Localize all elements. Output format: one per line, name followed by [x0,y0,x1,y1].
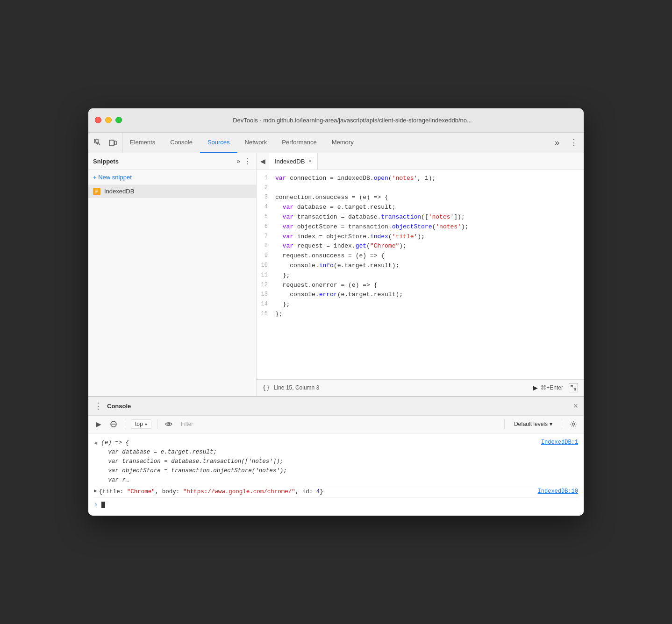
code-line-9: 9 request.onsuccess = (e) => { [257,251,584,261]
expand-button[interactable] [569,383,578,392]
editor-tab-indexeddb[interactable]: IndexedDB × [269,153,318,170]
sidebar-more-icon[interactable]: » [236,157,240,165]
console-close-button[interactable]: × [573,401,578,411]
line-content: console.error(e.target.result); [275,290,584,300]
levels-label: Default levels [514,421,548,427]
console-entry-2: ▶ {title: "Chrome", body: "https://www.g… [94,486,578,498]
tab-performance[interactable]: Performance [274,133,324,153]
code-line-4: 4 var database = e.target.result; [257,203,584,213]
line-content: var connection = indexedDB.open('notes',… [275,174,584,184]
traffic-lights [95,117,122,123]
main-area: Snippets » ⋮ + New snippet IndexedDB [88,153,584,396]
editor-status-bar: {} Line 15, Column 3 ▶ ⌘+Enter [257,379,584,396]
sidebar-title: Snippets [93,158,236,165]
toolbar-separator-4 [562,419,562,429]
code-line-14: 14 }; [257,300,584,310]
line-number: 2 [257,184,275,192]
console-entry-link-1[interactable]: IndexedDB:1 [541,438,578,447]
line-number: 6 [257,222,275,231]
code-line-3: 3 connection.onsuccess = (e) => { [257,193,584,203]
cursor-position: Line 15, Column 3 [274,384,319,391]
code-line-7: 7 var index = objectStore.index('title')… [257,232,584,242]
window-title: DevTools - mdn.github.io/learning-area/j… [128,117,577,124]
code-line-12: 12 request.onerror = (e) => { [257,281,584,291]
tab-console[interactable]: Console [163,133,200,153]
line-content: var transaction = database.transaction([… [275,213,584,222]
more-tabs-button[interactable]: » [550,133,564,153]
snippet-item-indexeddb[interactable]: IndexedDB [88,185,256,198]
tab-memory[interactable]: Memory [324,133,361,153]
line-number: 5 [257,213,275,221]
code-line-1: 1 var connection = indexedDB.open('notes… [257,174,584,184]
console-panel: ⋮ Console × ▶ top ▾ [88,396,584,516]
console-prompt[interactable]: › [94,498,578,512]
svg-rect-1 [109,140,114,146]
editor-tabs: ◀ IndexedDB × [257,153,584,170]
tab-sources[interactable]: Sources [200,133,237,153]
code-line-2: 2 [257,184,584,193]
sidebar: Snippets » ⋮ + New snippet IndexedDB [88,153,257,396]
format-icon[interactable]: {} [262,384,270,391]
console-toolbar: ▶ top ▾ Default lev [88,416,584,433]
editor-area: ◀ IndexedDB × 1 var connection = indexed… [257,153,584,396]
console-header: ⋮ Console × [88,397,584,416]
console-play-icon[interactable]: ▶ [93,418,104,430]
console-entry-arrow: ◀ [94,439,97,448]
code-line-15: 15 }; [257,310,584,319]
inspect-icon[interactable] [93,138,102,147]
line-content: console.info(e.target.result); [275,261,584,271]
editor-tab-close[interactable]: × [308,158,312,164]
code-line-13: 13 console.error(e.target.result); [257,290,584,300]
minimize-button[interactable] [105,117,112,123]
code-line-11: 11 }; [257,271,584,281]
line-content: connection.onsuccess = (e) => { [275,193,584,203]
editor-tab-name: IndexedDB [275,158,305,165]
line-content: }; [275,310,584,319]
settings-gear-icon[interactable] [568,418,579,430]
maximize-button[interactable] [115,117,122,123]
console-filter-input[interactable] [178,420,499,428]
toolbar-separator [125,419,125,429]
run-button[interactable]: ▶ ⌘+Enter [533,384,563,391]
line-content: var objectStore = transaction.objectStor… [275,222,584,232]
sidebar-menu-icon[interactable]: ⋮ [244,157,251,166]
console-menu-icon[interactable]: ⋮ [94,401,102,411]
line-number: 15 [257,310,275,319]
svg-rect-2 [114,141,116,145]
line-content: var database = e.target.result; [275,203,584,213]
toolbar-separator-2 [157,419,157,429]
code-line-6: 6 var objectStore = transaction.objectSt… [257,222,584,232]
code-line-10: 10 console.info(e.target.result); [257,261,584,271]
context-selector[interactable]: top ▾ [131,419,151,429]
context-label: top [135,421,143,427]
devtools-menu-button[interactable]: ⋮ [564,133,584,153]
code-line-5: 5 var transaction = database.transaction… [257,213,584,222]
line-number: 10 [257,261,275,270]
line-content: }; [275,300,584,310]
tab-network[interactable]: Network [237,133,275,153]
eye-icon[interactable] [163,418,174,430]
device-icon[interactable] [108,138,117,147]
console-entry-1: ◀ (e) => { var database = e.target.resul… [94,437,578,486]
toolbar-separator-3 [504,419,505,429]
console-clear-icon[interactable] [108,418,119,430]
expand-triangle-icon[interactable]: ▶ [94,487,97,496]
console-entry-link-2[interactable]: IndexedDB:10 [538,487,578,496]
tab-elements[interactable]: Elements [122,133,163,153]
close-button[interactable] [95,117,101,123]
log-levels-selector[interactable]: Default levels ▾ [510,420,556,428]
line-number: 13 [257,290,275,299]
devtools-toolbar: Elements Console Sources Network Perform… [88,133,584,153]
line-number: 3 [257,193,275,202]
line-content: request.onerror = (e) => { [275,281,584,291]
levels-arrow: ▾ [550,421,552,427]
editor-nav-back[interactable]: ◀ [257,157,269,165]
sidebar-header: Snippets » ⋮ [88,153,256,170]
status-left: {} Line 15, Column 3 [262,384,319,391]
prompt-cursor [101,502,105,508]
new-snippet-button[interactable]: + New snippet [88,170,256,185]
run-play-icon: ▶ [533,384,538,391]
titlebar: DevTools - mdn.github.io/learning-area/j… [88,108,584,133]
console-output: ◀ (e) => { var database = e.target.resul… [88,433,584,516]
code-editor[interactable]: 1 var connection = indexedDB.open('notes… [257,170,584,379]
